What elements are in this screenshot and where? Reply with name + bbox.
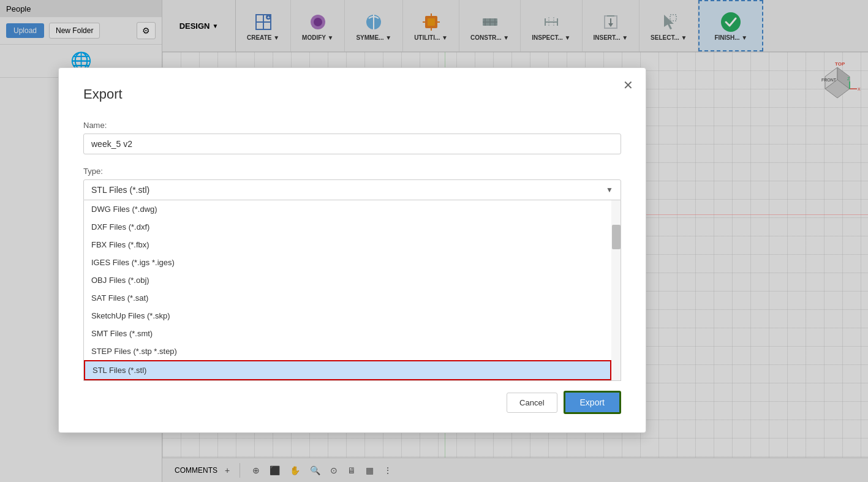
modal-footer: Cancel Export xyxy=(83,391,621,414)
name-input[interactable] xyxy=(83,134,621,154)
dropdown-item-step[interactable]: STEP Files (*.stp *.step) xyxy=(84,342,611,360)
dropdown-item-smt[interactable]: SMT Files (*.smt) xyxy=(84,325,611,342)
modal-overlay: ✕ Export Name: Type: STL Files (*.stl) ▼… xyxy=(0,0,868,482)
dropdown-item-sketchup[interactable]: SketchUp Files (*.skp) xyxy=(84,307,611,325)
export-button[interactable]: Export xyxy=(564,391,621,414)
dropdown-list: DWG Files (*.dwg) DXF Files (*.dxf) FBX … xyxy=(83,200,611,381)
dropdown-item-sat[interactable]: SAT Files (*.sat) xyxy=(84,289,611,307)
type-dropdown[interactable]: STL Files (*.stl) ▼ DWG Files (*.dwg) DX… xyxy=(83,179,621,381)
dropdown-item-dxf[interactable]: DXF Files (*.dxf) xyxy=(84,218,611,236)
export-modal: ✕ Export Name: Type: STL Files (*.stl) ▼… xyxy=(58,67,646,433)
type-label: Type: xyxy=(83,167,621,176)
cancel-button[interactable]: Cancel xyxy=(507,393,557,413)
scrollbar-thumb[interactable] xyxy=(612,225,621,249)
dropdown-item-obj[interactable]: OBJ Files (*.obj) xyxy=(84,271,611,289)
dropdown-list-wrapper: DWG Files (*.dwg) DXF Files (*.dxf) FBX … xyxy=(83,200,621,381)
dropdown-item-stl[interactable]: STL Files (*.stl) xyxy=(84,360,611,380)
scrollbar-track[interactable] xyxy=(611,200,621,381)
dropdown-item-fbx[interactable]: FBX Files (*.fbx) xyxy=(84,236,611,254)
dropdown-arrow-icon: ▼ xyxy=(606,186,613,194)
name-label: Name: xyxy=(83,121,621,130)
modal-close-button[interactable]: ✕ xyxy=(623,78,633,92)
modal-title: Export xyxy=(83,86,621,102)
dropdown-selected-display[interactable]: STL Files (*.stl) ▼ xyxy=(83,179,621,200)
dropdown-item-dwg[interactable]: DWG Files (*.dwg) xyxy=(84,200,611,218)
dropdown-item-iges[interactable]: IGES Files (*.igs *.iges) xyxy=(84,254,611,271)
dropdown-selected-text: STL Files (*.stl) xyxy=(91,185,149,195)
